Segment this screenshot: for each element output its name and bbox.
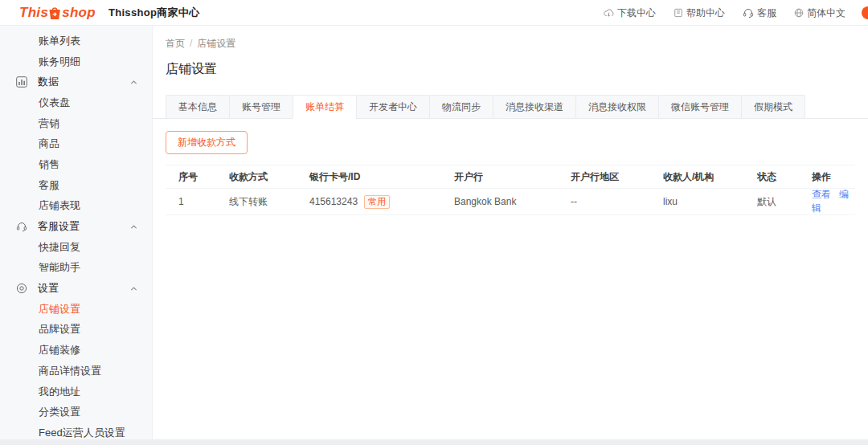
main-content: 首页/店铺设置 店铺设置 基本信息账号管理账单结算开发者中心物流同步消息接收渠道…	[153, 26, 868, 439]
chevron-up-icon[interactable]	[130, 285, 137, 292]
sidebar-item-products[interactable]: 商品	[0, 133, 152, 154]
tab-basic-info[interactable]: 基本信息	[166, 95, 230, 119]
chevron-up-icon[interactable]	[130, 79, 137, 86]
cell-method: 线下转账	[229, 195, 309, 209]
cell-actions: 查看编辑	[812, 188, 855, 215]
tab-logistics-sync[interactable]: 物流同步	[429, 95, 493, 119]
sidebar-item-smart-assistant[interactable]: 智能助手	[0, 258, 152, 279]
cell-no: 1	[166, 196, 229, 207]
horizontal-scrollbar[interactable]	[0, 439, 868, 445]
shopping-bag-icon	[48, 6, 61, 20]
sidebar: 账单列表账务明细数据仪表盘营销商品销售客服店铺表现客服设置快捷回复智能助手设置店…	[0, 26, 153, 439]
sidebar-item-store-settings[interactable]: 店铺设置	[0, 299, 152, 320]
sidebar-item-marketing[interactable]: 营销	[0, 113, 152, 134]
sidebar-item-label: 销售	[39, 157, 59, 172]
sidebar-item-label: 店铺表现	[39, 198, 80, 213]
payment-methods-table: 序号收款方式银行卡号/ID开户行开户行地区收款人/机构状态操作 1线下转账415…	[166, 165, 855, 215]
header-menu-label: 简体中文	[807, 6, 845, 20]
book-icon	[674, 8, 683, 18]
cell-bank: Bangkok Bank	[454, 196, 571, 207]
sidebar-item-label: 快捷回复	[39, 240, 80, 255]
thisshop-logo[interactable]: This shop Thisshop商家中心	[19, 5, 199, 21]
column-header: 收款方式	[229, 170, 309, 184]
sidebar-item-category-settings[interactable]: 分类设置	[0, 402, 152, 423]
sidebar-item-label: 分类设置	[39, 405, 80, 419]
header-menu-customer-service[interactable]: 客服	[743, 6, 776, 20]
cell-card: 415613243常用	[309, 195, 454, 209]
tab-bill-settlement[interactable]: 账单结算	[293, 95, 357, 119]
sidebar-item-label: 店铺设置	[39, 302, 80, 316]
cloud-download-icon	[604, 8, 614, 18]
sidebar-item-label: 智能助手	[39, 260, 80, 275]
page-title: 店铺设置	[166, 61, 868, 78]
table-row: 1线下转账415613243常用Bangkok Bank--lixu默认查看编辑	[166, 189, 855, 215]
sidebar-item-account-detail[interactable]: 账务明细	[0, 51, 152, 72]
header-menu: 下载中心帮助中心客服简体中文	[604, 0, 845, 26]
sidebar-item-label: 商品	[39, 137, 59, 151]
cell-status: 默认	[757, 195, 812, 209]
sidebar-item-dashboard[interactable]: 仪表盘	[0, 92, 152, 113]
column-header: 操作	[812, 170, 855, 184]
sidebar-item-quick-reply[interactable]: 快捷回复	[0, 237, 152, 258]
sidebar-item-label: 店铺装修	[39, 343, 80, 357]
chevron-up-icon[interactable]	[130, 223, 137, 231]
sidebar-item-product-detail-settings[interactable]: 商品详情设置	[0, 361, 152, 382]
headset-icon	[16, 221, 27, 232]
sidebar-item-brand-settings[interactable]: 品牌设置	[0, 320, 152, 341]
headset-icon	[743, 7, 754, 18]
sidebar-item-label: 商品详情设置	[39, 364, 101, 378]
sidebar-item-label: 账单列表	[39, 34, 80, 48]
sidebar-item-sales[interactable]: 销售	[0, 154, 152, 175]
tab-holiday-mode[interactable]: 假期模式	[741, 95, 805, 119]
column-header: 银行卡号/ID	[309, 170, 454, 184]
sidebar-item-label: 客服	[39, 178, 59, 193]
header-menu-label: 下载中心	[617, 6, 656, 20]
bar-chart-icon	[16, 76, 27, 88]
logo-text-this: This	[19, 5, 48, 21]
column-header: 开户行地区	[571, 170, 663, 184]
sidebar-item-settings[interactable]: 设置	[0, 278, 152, 299]
view-link[interactable]: 查看	[812, 189, 831, 200]
sidebar-item-label: 仪表盘	[39, 96, 70, 110]
sidebar-item-data[interactable]: 数据	[0, 71, 152, 92]
tab-message-channel[interactable]: 消息接收渠道	[493, 95, 576, 119]
sidebar-item-feed-operator-settings[interactable]: Feed运营人员设置	[0, 423, 152, 439]
breadcrumb-current: 店铺设置	[197, 38, 235, 49]
header-menu-download-center[interactable]: 下载中心	[604, 6, 656, 20]
sidebar-group-label: 客服设置	[38, 219, 80, 234]
column-header: 收款人/机构	[663, 170, 757, 184]
gear-icon	[16, 283, 27, 294]
sidebar-group-label: 设置	[38, 281, 59, 296]
brand-title: Thisshop商家中心	[108, 6, 199, 20]
table-body: 1线下转账415613243常用Bangkok Bank--lixu默认查看编辑	[166, 189, 855, 215]
column-header: 状态	[757, 170, 812, 184]
sidebar-item-store-performance[interactable]: 店铺表现	[0, 196, 152, 217]
header-menu-label: 帮助中心	[686, 6, 725, 20]
cell-payee: lixu	[663, 196, 757, 207]
breadcrumb-home[interactable]: 首页	[166, 38, 185, 49]
card-number: 415613243	[309, 196, 358, 207]
table-header-row: 序号收款方式银行卡号/ID开户行开户行地区收款人/机构状态操作	[166, 165, 855, 189]
tab-wechat-account[interactable]: 微信账号管理	[658, 95, 742, 119]
sidebar-item-customer-service[interactable]: 客服	[0, 175, 152, 196]
top-header: This shop Thisshop商家中心 下载中心帮助中心客服简体中文	[0, 0, 868, 26]
globe-icon	[794, 8, 804, 18]
column-header: 开户行	[454, 170, 571, 184]
sidebar-item-label: 品牌设置	[39, 322, 80, 337]
sidebar-item-store-decoration[interactable]: 店铺装修	[0, 340, 152, 361]
tab-message-permission[interactable]: 消息接收权限	[575, 95, 659, 119]
add-payment-method-button[interactable]: 新增收款方式	[166, 131, 248, 154]
sidebar-item-label: 我的地址	[39, 385, 80, 399]
tab-developer-center[interactable]: 开发者中心	[356, 95, 430, 119]
tab-account-management[interactable]: 账号管理	[229, 95, 293, 119]
sidebar-item-my-address[interactable]: 我的地址	[0, 382, 152, 402]
avatar[interactable]	[862, 6, 868, 19]
header-menu-language[interactable]: 简体中文	[794, 6, 845, 20]
sidebar-item-label: Feed运营人员设置	[39, 426, 125, 439]
sidebar-item-cs-settings[interactable]: 客服设置	[0, 216, 152, 237]
sidebar-item-bill-list[interactable]: 账单列表	[0, 31, 152, 51]
common-use-badge: 常用	[364, 195, 390, 209]
logo-text-shop: shop	[62, 5, 96, 21]
header-menu-help-center[interactable]: 帮助中心	[674, 6, 725, 20]
breadcrumb: 首页/店铺设置	[166, 37, 868, 51]
